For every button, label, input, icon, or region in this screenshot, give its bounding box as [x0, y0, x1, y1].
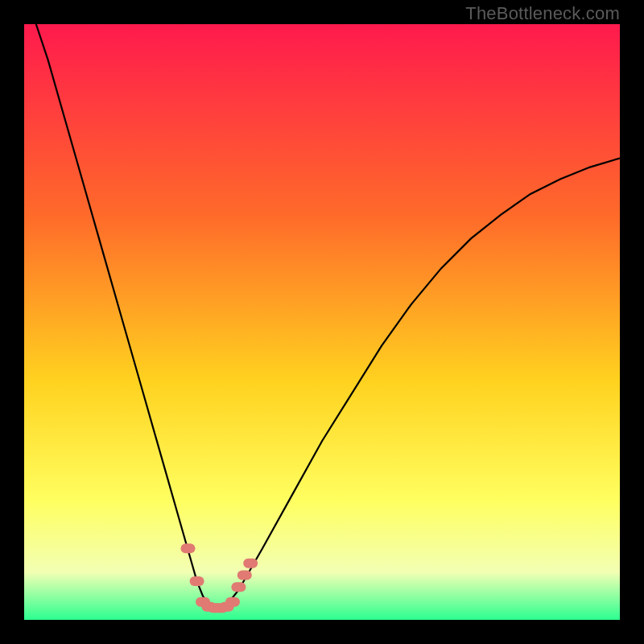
chart-svg: [24, 24, 620, 620]
curve-marker: [190, 576, 204, 586]
curve-marker: [237, 571, 252, 580]
chart-plot: [24, 24, 620, 620]
gradient-background: [24, 24, 620, 620]
chart-frame: TheBottleneck.com: [0, 0, 644, 644]
watermark-text: TheBottleneck.com: [465, 3, 620, 24]
curve-marker: [231, 582, 246, 592]
curve-marker: [181, 543, 196, 553]
curve-marker: [225, 597, 240, 607]
curve-marker: [243, 559, 258, 568]
